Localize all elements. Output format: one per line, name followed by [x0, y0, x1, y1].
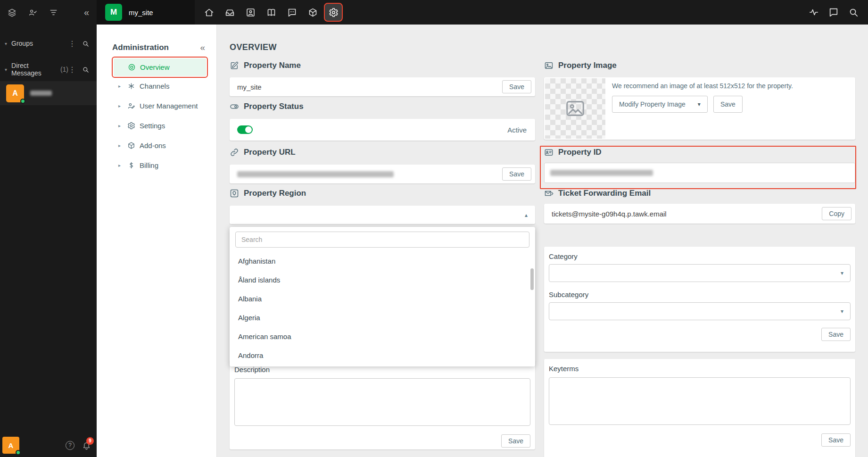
caret-down-icon[interactable]: ▾ — [5, 41, 7, 46]
property-image-placeholder[interactable] — [545, 78, 605, 139]
description-card: Description Save — [230, 360, 535, 449]
region-search-input[interactable] — [235, 232, 529, 248]
property-id-value-redacted[interactable] — [550, 170, 653, 176]
knowledge-base-icon — [266, 8, 276, 17]
category-label: Category — [549, 252, 851, 260]
subcategory-select[interactable]: ▾ — [549, 302, 851, 320]
caret-right-icon[interactable]: ▸ — [118, 143, 123, 148]
administration-sidebar: Administration « Overview ▸ Channels ▸ U… — [97, 25, 217, 457]
keyterms-save-button[interactable]: Save — [821, 433, 851, 447]
caret-down-icon[interactable]: ▾ — [5, 67, 7, 72]
filter-icon[interactable] — [49, 8, 58, 17]
sidebar-item-overview[interactable]: Overview — [114, 58, 206, 76]
keyterms-textarea[interactable] — [549, 377, 851, 425]
notification-count-badge: 9 — [86, 437, 94, 445]
property-id-field — [544, 163, 855, 183]
help-icon[interactable]: ? — [66, 441, 74, 450]
property-image-heading: Property Image — [544, 60, 617, 71]
nav-administration-button[interactable] — [324, 3, 343, 22]
current-user-avatar[interactable]: A — [2, 437, 19, 454]
messages-icon[interactable] — [828, 7, 839, 17]
sidebar-item-channels[interactable]: ▸ Channels — [97, 76, 216, 96]
rail-toolbar: « — [0, 0, 97, 25]
dropdown-scrollbar[interactable] — [530, 268, 534, 290]
property-region-select[interactable]: ▴ — [230, 206, 535, 224]
notifications-bell-icon[interactable]: 9 — [82, 441, 91, 450]
people-icon[interactable] — [28, 8, 37, 17]
sidebar-item-label: Channels — [140, 82, 169, 90]
nav-home-button[interactable] — [198, 2, 219, 23]
property-url-field: Save — [230, 165, 535, 183]
groups-label: Groups — [11, 40, 33, 47]
property-url-value-redacted[interactable] — [237, 171, 394, 177]
region-options-list: Afghanistan Åland islands Albania Algeri… — [230, 251, 535, 365]
property-name-label: my_site — [129, 8, 153, 17]
property-status-toggle[interactable] — [237, 125, 253, 134]
ticket-forwarding-heading: Ticket Forwarding Email — [544, 188, 651, 199]
property-name-save-button[interactable]: Save — [502, 80, 531, 93]
administration-title: Administration — [112, 43, 169, 52]
property-id-heading: Property ID — [544, 147, 602, 158]
copy-email-button[interactable]: Copy — [822, 207, 851, 220]
caret-right-icon[interactable]: ▸ — [118, 163, 123, 168]
search-icon[interactable] — [848, 7, 859, 17]
groups-section-row[interactable]: ▾ Groups ⋮ — [0, 36, 97, 50]
image-placeholder-icon — [564, 98, 586, 119]
nav-knowledge-base-button[interactable] — [261, 2, 281, 23]
sidebar-item-label: Billing — [140, 161, 158, 169]
collapse-sidebar-icon[interactable]: « — [200, 42, 205, 53]
property-url-heading: Property URL — [230, 147, 296, 158]
region-option[interactable]: American samoa — [230, 327, 535, 346]
sidebar-item-billing[interactable]: ▸ Billing — [97, 155, 216, 175]
dm-list-item[interactable]: A — [0, 81, 97, 105]
kebab-menu-icon[interactable]: ⋮ — [68, 65, 76, 74]
property-image-card: We recommend an image of at least 512x51… — [544, 77, 855, 140]
caret-right-icon[interactable]: ▸ — [118, 103, 123, 108]
sidebar-item-label: Settings — [140, 122, 165, 130]
region-option[interactable]: Albania — [230, 289, 535, 308]
left-column: Property Name my_site Save Property Stat… — [230, 25, 535, 457]
property-name-heading: Property Name — [230, 60, 301, 71]
description-save-button[interactable]: Save — [501, 434, 530, 448]
region-option[interactable]: Åland islands — [230, 270, 535, 289]
image-icon — [544, 61, 554, 70]
keyterms-card: Keyterms Save — [544, 359, 855, 457]
administration-header: Administration « — [97, 38, 216, 57]
search-icon[interactable] — [82, 66, 89, 73]
region-option[interactable]: Algeria — [230, 308, 535, 327]
region-option[interactable]: Andorra — [230, 346, 535, 365]
caret-right-icon[interactable]: ▸ — [118, 83, 123, 89]
nav-inbox-button[interactable] — [219, 2, 240, 23]
description-textarea[interactable] — [234, 378, 530, 426]
apps-icon — [308, 8, 318, 17]
ticket-forwarding-card: tickets@mysite-g09h4q.p.tawk.email Copy — [544, 204, 855, 224]
sidebar-item-settings[interactable]: ▸ Settings — [97, 116, 216, 135]
property-name-field: my_site Save — [230, 77, 535, 96]
property-image-save-button[interactable]: Save — [713, 96, 743, 113]
collapse-rail-icon[interactable]: « — [84, 8, 89, 17]
caret-down-icon: ▾ — [698, 101, 701, 108]
direct-messages-section-row[interactable]: ▾ Direct Messages (1) ⋮ — [0, 62, 97, 76]
caret-right-icon[interactable]: ▸ — [118, 123, 123, 128]
category-select[interactable]: ▾ — [549, 264, 851, 282]
property-url-save-button[interactable]: Save — [502, 167, 531, 181]
categorization-save-button[interactable]: Save — [821, 328, 851, 341]
property-switcher[interactable]: M my_site — [97, 0, 195, 25]
property-name-value[interactable]: my_site — [237, 83, 262, 91]
layers-icon[interactable] — [8, 8, 17, 17]
categorization-card: Category ▾ Subcategory ▾ Save — [544, 247, 855, 352]
search-icon[interactable] — [82, 40, 89, 47]
id-card-icon — [544, 148, 554, 157]
activity-icon[interactable] — [809, 7, 819, 17]
nav-chat-button[interactable] — [281, 2, 302, 23]
sidebar-item-addons[interactable]: ▸ Add-ons — [97, 135, 216, 155]
sidebar-item-user-management[interactable]: ▸ User Management — [97, 96, 216, 116]
dm-avatar: A — [6, 84, 24, 102]
modify-property-image-button[interactable]: Modify Property Image ▾ — [612, 96, 708, 113]
mail-forward-icon — [544, 189, 554, 198]
kebab-menu-icon[interactable]: ⋮ — [68, 39, 76, 48]
nav-contacts-button[interactable] — [240, 2, 261, 23]
region-option[interactable]: Afghanistan — [230, 251, 535, 270]
region-dropdown-panel: Afghanistan Åland islands Albania Algeri… — [230, 227, 535, 366]
nav-apps-button[interactable] — [302, 2, 323, 23]
